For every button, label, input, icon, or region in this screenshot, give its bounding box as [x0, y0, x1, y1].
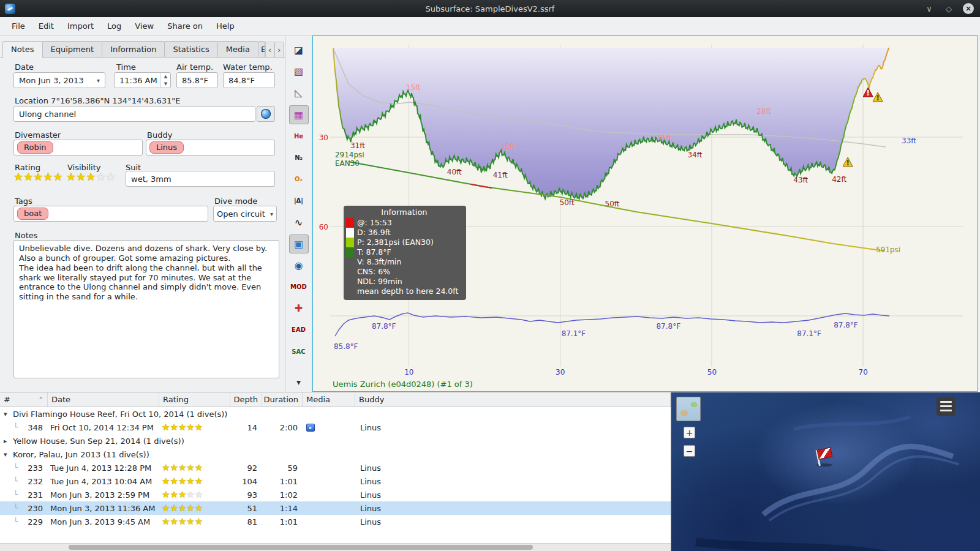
dive-date: Fri Oct 10, 2014 12:34 PM: [48, 423, 159, 432]
svg-text:87.8°F: 87.8°F: [656, 322, 680, 331]
heart-rate-icon[interactable]: ∿: [289, 213, 309, 232]
dive-site-map[interactable]: + −: [671, 392, 980, 551]
n2-partial-pressure-icon[interactable]: N₂: [289, 148, 309, 167]
date-combobox[interactable]: Mon Jun 3, 2013▾: [13, 72, 105, 88]
buddy-tag[interactable]: Linus: [149, 141, 184, 154]
minimize-button[interactable]: ∨: [924, 3, 935, 14]
dive-list: #⌃DateRatingDepthDurationMediaBuddy ▾Div…: [0, 392, 671, 551]
globe-icon: [261, 109, 271, 119]
map-menu-button[interactable]: [937, 397, 956, 416]
photos-icon[interactable]: ▣: [289, 234, 309, 253]
toolbar-scroll-down-icon[interactable]: ▾: [296, 377, 301, 387]
star-icon: ★: [195, 490, 203, 500]
profile-infobox[interactable]: Information @: 15:53D: 36.9ftP: 2,381psi…: [344, 206, 466, 300]
dive-row[interactable]: └231Mon Jun 3, 2013 2:59 PM★★★★★931:02Li…: [0, 488, 671, 501]
scrollbar-thumb[interactable]: [69, 545, 533, 550]
collapse-icon[interactable]: ▾: [4, 410, 10, 418]
divemaster-tag[interactable]: Robin: [17, 141, 53, 154]
menu-log[interactable]: Log: [100, 19, 128, 33]
column-header-depth[interactable]: Depth: [230, 392, 262, 407]
suit-field[interactable]: wet, 3mm: [126, 171, 275, 187]
buddy-field[interactable]: Linus: [146, 140, 275, 156]
o2-partial-pressure-icon[interactable]: O₂: [289, 170, 309, 189]
tts-icon[interactable]: |Δ|: [289, 191, 309, 210]
time-spinner[interactable]: 11:36 AM ▲▼: [114, 72, 171, 88]
visibility-stars[interactable]: ★★★★★: [66, 171, 116, 182]
map-overview-thumbnail[interactable]: [676, 397, 701, 421]
dive-computer-icon[interactable]: ◪: [289, 40, 309, 59]
svg-text:10: 10: [404, 368, 413, 377]
bathymetry-contours: [671, 392, 980, 551]
tissues-icon[interactable]: ▦: [289, 105, 309, 124]
svg-text:31ft: 31ft: [657, 133, 671, 142]
star-icon: ★: [178, 490, 186, 500]
dive-row[interactable]: └232Tue Jun 4, 2013 10:04 AM★★★★★1041:01…: [0, 474, 671, 488]
expand-icon[interactable]: ▸: [4, 437, 10, 445]
notes-textarea[interactable]: Unbelievable dive. Dozens and dozens of …: [13, 240, 279, 378]
media-icon[interactable]: ▸: [306, 424, 315, 432]
rating-stars[interactable]: ★★★★★: [13, 171, 63, 182]
map-globe-button[interactable]: [257, 106, 275, 122]
tag-chip[interactable]: boat: [17, 208, 48, 220]
trip-row[interactable]: ▸Yellow House, Sun Sep 21, 2014 (1 dive(…: [0, 434, 671, 448]
tab-statistics[interactable]: Statistics: [164, 41, 217, 58]
airtemp-field[interactable]: 85.8°F: [176, 72, 218, 88]
tab-equipment[interactable]: Equipment: [42, 41, 103, 58]
ead-icon[interactable]: EAD: [289, 320, 309, 339]
tab-scroll-left-icon[interactable]: ‹: [265, 42, 274, 58]
tags-field[interactable]: boat: [13, 206, 208, 222]
menu-view[interactable]: View: [128, 19, 160, 33]
tab-information[interactable]: Information: [102, 41, 165, 58]
menu-help[interactable]: Help: [209, 19, 241, 33]
svg-text:!: !: [876, 94, 879, 102]
divemode-combobox[interactable]: Open circuit▾: [213, 206, 277, 222]
column-header-num[interactable]: #⌃: [0, 392, 48, 407]
menu-edit[interactable]: Edit: [32, 19, 61, 33]
tab-extra-info[interactable]: E: [258, 41, 265, 58]
he-partial-pressure-icon[interactable]: He: [289, 127, 309, 146]
trip-row[interactable]: ▾Koror, Palau, Jun 2013 (11 dive(s)): [0, 448, 671, 461]
trip-row[interactable]: ▾Divi Flamingo House Reef, Fri Oct 10, 2…: [0, 407, 671, 421]
column-header-media[interactable]: Media: [303, 392, 355, 407]
horizontal-scrollbar[interactable]: [0, 543, 671, 551]
map-zoom-out-button[interactable]: −: [684, 445, 695, 457]
ceiling-icon[interactable]: ▧: [289, 62, 309, 81]
dive-row[interactable]: └233Tue Jun 4, 2013 12:28 PM★★★★★9259Lin…: [0, 461, 671, 474]
calculated-ceiling-icon[interactable]: ◺: [289, 83, 309, 102]
divemaster-field[interactable]: Robin: [13, 140, 143, 156]
spin-down-icon[interactable]: ▼: [161, 80, 170, 88]
svg-text:28ft: 28ft: [756, 107, 771, 116]
menu-share-on[interactable]: Share on: [160, 19, 209, 33]
column-header-duration[interactable]: Duration: [262, 392, 303, 407]
dive-row[interactable]: └230Mon Jun 3, 2013 11:36 AM★★★★★511:14L…: [0, 501, 671, 515]
menu-file[interactable]: File: [5, 19, 32, 33]
column-header-date[interactable]: Date: [48, 392, 159, 407]
tab-media[interactable]: Media: [217, 41, 258, 58]
svg-text:50: 50: [707, 368, 717, 377]
dive-row[interactable]: └229Mon Jun 3, 2013 9:45 AM★★★★★811:01Li…: [0, 515, 671, 528]
dive-row[interactable]: └348Fri Oct 10, 2014 12:34 PM★★★★★142:00…: [0, 421, 671, 434]
tank-bar-icon[interactable]: ◉: [289, 256, 309, 275]
dive-site-flag-marker[interactable]: [812, 444, 836, 469]
sac-icon[interactable]: SAC: [289, 342, 309, 361]
dive-list-header[interactable]: #⌃DateRatingDepthDurationMediaBuddy: [0, 392, 671, 407]
dive-profile-chart[interactable]: 31ft2914psiEAN3015ft40ft41ft35ft50ft50ft…: [312, 36, 978, 392]
column-header-buddy[interactable]: Buddy: [355, 392, 671, 407]
maximize-button[interactable]: ◇: [943, 3, 954, 14]
dive-buddy: Linus: [355, 517, 671, 527]
collapse-icon[interactable]: ▾: [4, 451, 10, 459]
tab-notes[interactable]: Notes: [2, 41, 43, 58]
star-icon: ★: [66, 171, 76, 182]
spin-up-icon[interactable]: ▲: [161, 73, 170, 80]
tab-scroll-right-icon[interactable]: ›: [274, 42, 284, 58]
menu-import[interactable]: Import: [61, 19, 100, 33]
star-icon: ★: [186, 490, 194, 500]
location-field[interactable]: Ulong channel: [13, 106, 255, 122]
watertemp-field[interactable]: 84.8°F: [223, 72, 275, 88]
mod-icon[interactable]: MOD: [289, 277, 309, 296]
column-header-rating[interactable]: Rating: [159, 392, 230, 407]
dc-reported-icon[interactable]: ✚: [289, 299, 309, 318]
map-zoom-in-button[interactable]: +: [684, 427, 695, 438]
divemaster-label: Divemaster: [15, 130, 61, 140]
close-button[interactable]: ×: [963, 3, 974, 14]
